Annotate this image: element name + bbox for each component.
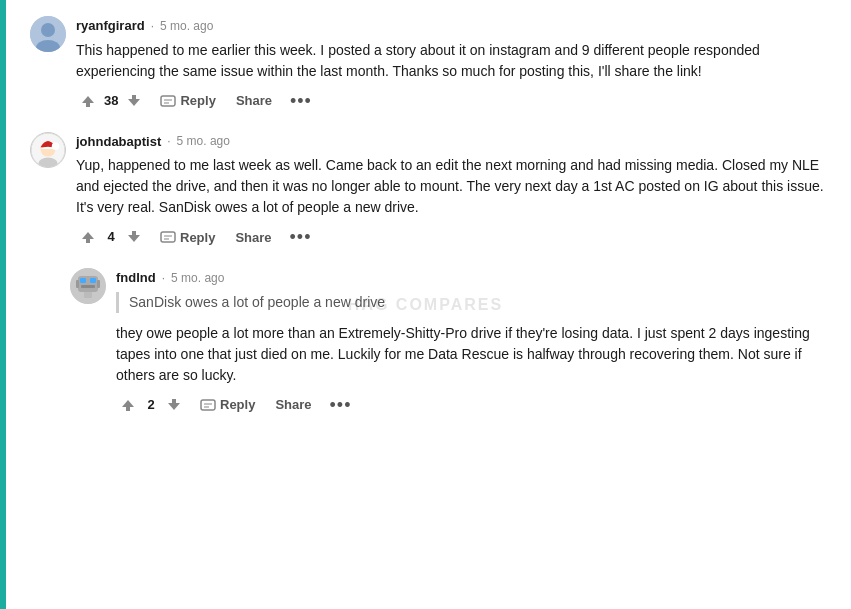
reply-icon: [160, 229, 176, 245]
blockquote: SanDisk owes a lot of people a new drive: [116, 292, 831, 313]
downvote-button[interactable]: [122, 227, 146, 247]
svg-rect-20: [97, 280, 100, 288]
vote-count: 38: [104, 91, 118, 111]
vote-area: 2: [116, 395, 186, 415]
share-button[interactable]: Share: [230, 90, 278, 111]
avatar: [70, 268, 106, 304]
svg-rect-3: [86, 103, 90, 107]
svg-rect-10: [86, 239, 90, 243]
svg-rect-21: [126, 407, 130, 411]
dot-separator: ·: [151, 17, 154, 35]
svg-rect-15: [80, 278, 86, 283]
comment-text: Yup, happened to me last week as well. C…: [76, 155, 831, 218]
more-button[interactable]: •••: [326, 396, 356, 414]
more-button[interactable]: •••: [286, 228, 316, 246]
vote-area: 4: [76, 227, 146, 247]
svg-rect-16: [90, 278, 96, 283]
comment-johndabaptist: johndabaptist · 5 mo. ago Yup, happened …: [30, 132, 831, 249]
vote-area: 38: [76, 91, 146, 111]
svg-rect-11: [132, 231, 136, 235]
share-label: Share: [235, 230, 271, 245]
svg-rect-4: [132, 95, 136, 99]
svg-rect-19: [76, 280, 79, 288]
upvote-button[interactable]: [116, 395, 140, 415]
action-bar: 2 Reply: [116, 394, 831, 416]
dot-separator: ·: [167, 132, 170, 150]
comment-text: This happened to me earlier this week. I…: [76, 40, 831, 82]
reply-icon: [160, 93, 176, 109]
avatar: [30, 16, 66, 52]
avatar: [30, 132, 66, 168]
comment-thread: ryanfgirard · 5 mo. ago This happened to…: [20, 16, 831, 416]
username: ryanfgirard: [76, 16, 145, 36]
action-bar: 38 Reply: [76, 90, 831, 112]
reply-label: Reply: [180, 93, 215, 108]
action-bar: 4 Reply: [76, 226, 831, 248]
svg-rect-22: [172, 399, 176, 403]
reply-label: Reply: [180, 230, 215, 245]
timestamp: 5 mo. ago: [177, 132, 230, 150]
comment-ryanfgirard: ryanfgirard · 5 mo. ago This happened to…: [30, 16, 831, 112]
upvote-button[interactable]: [76, 91, 100, 111]
dot-separator: ·: [162, 269, 165, 287]
reply-button[interactable]: Reply: [154, 226, 221, 248]
vote-count: 2: [144, 395, 158, 415]
username: johndabaptist: [76, 132, 161, 152]
reply-icon: [200, 397, 216, 413]
downvote-button[interactable]: [162, 395, 186, 415]
comment-header: ryanfgirard · 5 mo. ago: [76, 16, 831, 36]
svg-rect-5: [161, 96, 175, 106]
svg-rect-18: [84, 292, 92, 298]
svg-rect-17: [81, 285, 95, 288]
more-button[interactable]: •••: [286, 92, 316, 110]
comment-body: ryanfgirard · 5 mo. ago This happened to…: [76, 16, 831, 112]
svg-rect-12: [161, 232, 175, 242]
share-button[interactable]: Share: [269, 394, 317, 415]
svg-point-1: [41, 23, 55, 37]
upvote-button[interactable]: [76, 227, 100, 247]
comment-body: fndlnd · 5 mo. ago SanDisk owes a lot of…: [116, 268, 831, 416]
vote-count: 4: [104, 227, 118, 247]
timestamp: 5 mo. ago: [171, 269, 224, 287]
comment-text: they owe people a lot more than an Extre…: [116, 323, 831, 386]
timestamp: 5 mo. ago: [160, 17, 213, 35]
share-label: Share: [236, 93, 272, 108]
svg-rect-23: [201, 400, 215, 410]
downvote-button[interactable]: [122, 91, 146, 111]
reply-label: Reply: [220, 397, 255, 412]
comment-header: johndabaptist · 5 mo. ago: [76, 132, 831, 152]
comment-header: fndlnd · 5 mo. ago: [116, 268, 831, 288]
share-label: Share: [275, 397, 311, 412]
comment-fndlnd: fndlnd · 5 mo. ago SanDisk owes a lot of…: [70, 268, 831, 416]
comment-body: johndabaptist · 5 mo. ago Yup, happened …: [76, 132, 831, 249]
share-button[interactable]: Share: [229, 227, 277, 248]
reply-button[interactable]: Reply: [154, 90, 221, 112]
username: fndlnd: [116, 268, 156, 288]
reply-button[interactable]: Reply: [194, 394, 261, 416]
page-container: HAG COMPARES ryanfgirard · 5 mo. ago Thi…: [0, 0, 851, 609]
